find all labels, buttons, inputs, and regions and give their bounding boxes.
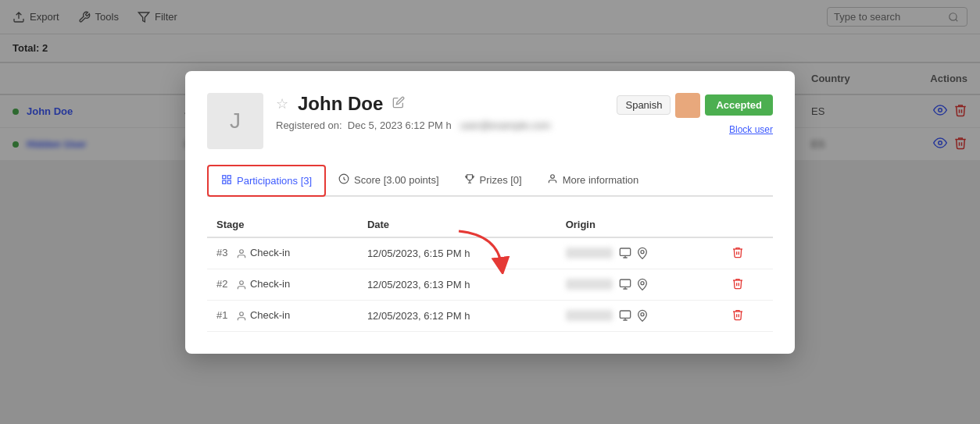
modal-header-right: Spanish Accepted Block user bbox=[617, 93, 773, 135]
participation-date-cell: 12/05/2023, 6:12 PM h bbox=[358, 300, 556, 331]
delete-row-icon[interactable] bbox=[731, 308, 744, 321]
delete-row-icon[interactable] bbox=[731, 246, 744, 258]
modal-tabs: Participations [3] Score [3.00 points] P… bbox=[207, 165, 773, 197]
tab-score-label: Score [3.00 points] bbox=[354, 174, 438, 186]
tab-more-info[interactable]: More information bbox=[535, 166, 652, 196]
language-badge: Spanish bbox=[617, 95, 671, 115]
more-info-tab-icon bbox=[547, 173, 558, 187]
tab-participations[interactable]: Participations [3] bbox=[207, 165, 326, 197]
origin-cell bbox=[556, 300, 722, 331]
svg-rect-11 bbox=[620, 248, 630, 255]
svg-rect-5 bbox=[227, 175, 231, 178]
svg-rect-4 bbox=[223, 175, 226, 178]
svg-point-13 bbox=[240, 281, 244, 285]
participations-table: Stage Date Origin #3 Check-in 12/05/2023… bbox=[207, 212, 773, 332]
delete-row-icon[interactable] bbox=[731, 277, 744, 290]
col-delete bbox=[722, 212, 773, 237]
svg-point-12 bbox=[641, 251, 644, 254]
col-date: Date bbox=[358, 212, 556, 237]
lang-badge-row: Spanish Accepted bbox=[617, 93, 773, 118]
score-tab-icon bbox=[338, 173, 349, 187]
desktop-icon bbox=[619, 278, 631, 290]
avatar: J bbox=[207, 93, 263, 149]
svg-point-18 bbox=[641, 313, 644, 316]
tab-more-info-label: More information bbox=[563, 174, 639, 186]
location-icon bbox=[636, 309, 649, 322]
color-badge[interactable] bbox=[675, 93, 700, 118]
tab-participations-label: Participations [3] bbox=[237, 175, 312, 187]
participation-date-cell: 12/05/2023, 6:13 PM h bbox=[358, 269, 556, 300]
tab-prizes-label: Prizes [0] bbox=[480, 174, 522, 186]
participations-tab-icon bbox=[221, 174, 232, 187]
stage-cell: #2 Check-in bbox=[207, 269, 358, 300]
tab-score[interactable]: Score [3.00 points] bbox=[326, 166, 451, 196]
svg-rect-7 bbox=[223, 180, 226, 183]
svg-point-15 bbox=[641, 282, 644, 285]
edit-icon[interactable] bbox=[392, 96, 405, 112]
col-origin: Origin bbox=[556, 212, 722, 237]
svg-rect-6 bbox=[227, 180, 231, 183]
location-icon bbox=[636, 247, 649, 259]
desktop-icon bbox=[619, 309, 631, 322]
stage-cell: #1 Check-in bbox=[207, 300, 358, 331]
modal-header: J ☆ John Doe Registered on: Dec 5, 2023 … bbox=[207, 93, 773, 149]
stage-cell: #3 Check-in bbox=[207, 237, 358, 269]
desktop-icon bbox=[619, 247, 631, 259]
modal: J ☆ John Doe Registered on: Dec 5, 2023 … bbox=[185, 71, 795, 354]
delete-cell[interactable] bbox=[722, 237, 773, 269]
user-meta-blurred: user@example.com bbox=[460, 119, 551, 131]
location-icon bbox=[636, 278, 649, 290]
delete-cell[interactable] bbox=[722, 300, 773, 331]
accepted-button[interactable]: Accepted bbox=[705, 94, 773, 116]
prizes-tab-icon bbox=[464, 173, 475, 187]
modal-name-row: ☆ John Doe bbox=[276, 93, 604, 115]
modal-user-info: ☆ John Doe Registered on: Dec 5, 2023 6:… bbox=[276, 93, 604, 131]
participation-row: #1 Check-in 12/05/2023, 6:12 PM h bbox=[207, 300, 773, 331]
modal-user-name: John Doe bbox=[298, 93, 383, 115]
svg-rect-14 bbox=[620, 280, 630, 287]
user-stage-icon bbox=[236, 280, 247, 290]
participation-date-cell: 12/05/2023, 6:15 PM h bbox=[358, 237, 556, 269]
user-stage-icon bbox=[236, 248, 247, 259]
modal-overlay[interactable]: J ☆ John Doe Registered on: Dec 5, 2023 … bbox=[0, 0, 980, 424]
block-user-link[interactable]: Block user bbox=[729, 124, 773, 135]
svg-point-10 bbox=[240, 250, 244, 254]
star-icon[interactable]: ☆ bbox=[276, 95, 288, 112]
user-stage-icon bbox=[236, 311, 247, 322]
svg-point-16 bbox=[240, 312, 244, 316]
modal-meta: Registered on: Dec 5, 2023 6:12 PM h use… bbox=[276, 119, 604, 131]
col-stage: Stage bbox=[207, 212, 358, 237]
svg-rect-17 bbox=[620, 311, 630, 318]
svg-point-9 bbox=[550, 174, 554, 178]
participation-row: #3 Check-in 12/05/2023, 6:15 PM h bbox=[207, 237, 773, 269]
tab-prizes[interactable]: Prizes [0] bbox=[452, 166, 535, 196]
origin-cell bbox=[556, 237, 722, 269]
participation-row: #2 Check-in 12/05/2023, 6:13 PM h bbox=[207, 269, 773, 300]
delete-cell[interactable] bbox=[722, 269, 773, 300]
origin-cell bbox=[556, 269, 722, 300]
